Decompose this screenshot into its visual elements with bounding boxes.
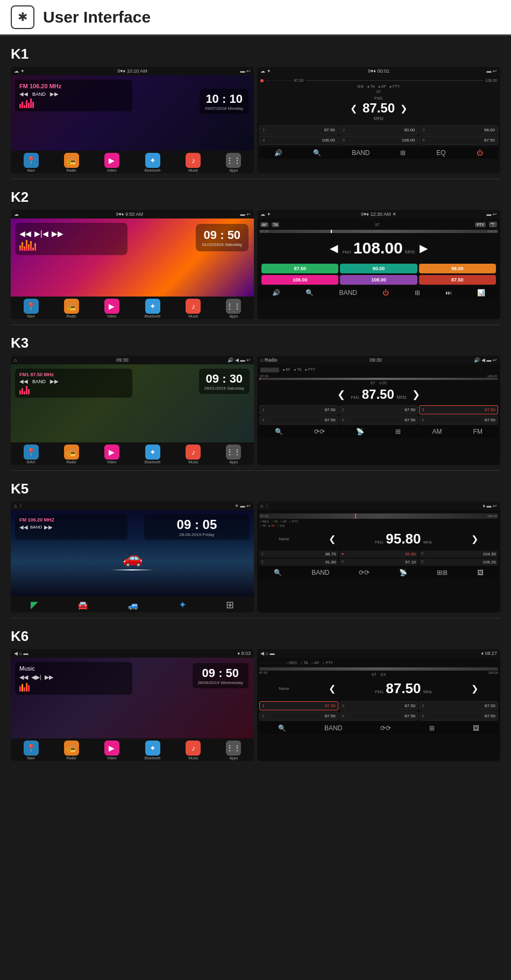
k6r-opt-ta[interactable]: ○ TA — [300, 661, 308, 665]
k5r-search-btn[interactable]: 🔍 — [274, 569, 282, 576]
k2r-preset-5[interactable]: 108.00 — [340, 275, 417, 285]
k6-icon-video[interactable]: ▶ Video — [104, 741, 119, 760]
k5r-cb-pty[interactable]: ○ PTY — [289, 520, 298, 523]
k6r-p2[interactable]: 287.50 — [259, 711, 338, 721]
k6-rewind[interactable]: ◀◀ — [19, 674, 28, 681]
k5r-cb-ta[interactable]: ○ TA — [271, 520, 278, 523]
k5r-p4[interactable]: 497.10 — [339, 559, 418, 566]
k6-icon-radio[interactable]: 📻 Radio — [64, 741, 79, 760]
k1r-preset-6[interactable]: 687.50 — [419, 136, 498, 145]
k3-rewind[interactable]: ◀◀ — [19, 378, 28, 384]
k1r-preset-3[interactable]: 398.00 — [419, 125, 498, 135]
k5r-cb-tp[interactable]: ○ TP — [259, 524, 266, 527]
k1-icon-video[interactable]: ▶ Video — [104, 153, 119, 172]
k2r-preset-6[interactable]: 87.50 — [419, 275, 496, 285]
k2r-skip-btn[interactable]: ⏭ — [445, 289, 452, 297]
k6-icon-music[interactable]: ♪ Music — [186, 741, 201, 760]
k1-icon-navi[interactable]: 📍 Navi — [24, 153, 39, 172]
k5-icon-car2[interactable]: 🚙 — [128, 600, 139, 610]
k2r-search-btn[interactable]: 🔍 — [306, 289, 314, 297]
k6r-p3[interactable]: 387.50 — [339, 701, 418, 710]
k1-icon-radio[interactable]: 📻 Radio — [64, 153, 79, 172]
k1r-preset-4[interactable]: 4106.00 — [259, 136, 338, 145]
k1-icon-bt[interactable]: ✦ Bluetooth — [145, 153, 161, 172]
k5r-cb-af[interactable]: ○ AF — [280, 520, 287, 523]
k6r-opt-reg[interactable]: ○ REG — [286, 661, 297, 665]
k5-rewind[interactable]: ◀◀ — [19, 524, 28, 530]
k2-rewind[interactable]: ◀◀ — [19, 229, 31, 238]
k6r-grid-btn[interactable]: ⊞ — [429, 724, 435, 732]
k3r-arrow-left[interactable]: ❮ — [337, 389, 345, 400]
k6r-p4[interactable]: 487.50 — [339, 711, 418, 721]
k5-icon-bt2[interactable]: ✦ — [179, 599, 187, 611]
k2-icon-navi[interactable]: 📍 Navi — [24, 299, 39, 318]
k5-forward[interactable]: ▶▶ — [44, 524, 53, 530]
k6r-loop-btn[interactable]: ⟳⟳ — [380, 724, 391, 732]
k2r-band-btn[interactable]: BAND — [339, 289, 357, 297]
k2r-preset-2[interactable]: 90.00 — [340, 264, 417, 273]
k5r-p1[interactable]: 188.70 — [259, 551, 338, 558]
k5-icon-dash[interactable]: 🚘 — [77, 600, 88, 610]
k6-icon-bt[interactable]: ✦ Bluetooth — [145, 741, 161, 760]
k3r-p2[interactable]: 287.50 — [339, 405, 418, 414]
k3r-p4[interactable]: 487.50 — [259, 415, 338, 425]
k2r-preset-1[interactable]: 87.50 — [261, 264, 338, 273]
k3r-grid-btn[interactable]: ⊞ — [395, 428, 401, 435]
k2-play[interactable]: ▶|◀ — [34, 229, 48, 238]
k2r-preset-3[interactable]: 98.00 — [419, 264, 496, 273]
k2-icon-bt[interactable]: ✦ Bluetooth — [145, 299, 161, 318]
k5r-arrow-right[interactable]: ❯ — [471, 534, 478, 544]
k2r-arrow-left[interactable]: ◀ — [330, 242, 338, 255]
k6-icon-apps[interactable]: ⋮⋮ Apps — [226, 741, 241, 760]
k3-band[interactable]: BAND — [30, 379, 48, 384]
k3r-antenna-btn[interactable]: 📡 — [356, 428, 364, 435]
k3r-opt-pty[interactable]: ● PTY — [304, 368, 315, 372]
k1r-opt-af[interactable]: ● AF — [378, 84, 386, 89]
k5-icon-map[interactable]: ◤ — [31, 599, 38, 611]
k3r-loop-btn[interactable]: ⟳⟳ — [314, 428, 325, 435]
k5-band-label[interactable]: BAND — [30, 525, 42, 530]
k6r-arrow-right[interactable]: ❯ — [471, 683, 478, 694]
k6-icon-navi[interactable]: 📍 Navi — [24, 741, 39, 760]
k5r-loop-btn[interactable]: ⟳⟳ — [359, 569, 370, 576]
k3-icon-navi[interactable]: 📍 NAVI — [24, 445, 39, 464]
k5r-p2-highlight[interactable]: ●95.80 — [339, 551, 418, 558]
k5r-ant-btn[interactable]: 📡 — [399, 569, 407, 576]
k2r-pty-btn[interactable]: PTY — [475, 222, 486, 227]
k1-forward[interactable]: ▶▶ — [50, 91, 59, 97]
k2r-af-btn[interactable]: AF — [260, 222, 268, 227]
k2r-power-btn[interactable]: ⏻ — [382, 289, 389, 297]
k2-icon-video[interactable]: ▶ Video — [104, 299, 119, 318]
k1r-preset-2[interactable]: 290.00 — [339, 125, 418, 135]
k3-icon-music[interactable]: ♪ Music — [186, 445, 201, 464]
k1-band[interactable]: BAND — [30, 91, 48, 97]
k2r-bars-btn[interactable]: 📊 — [477, 289, 485, 297]
k6r-p1-highlight[interactable]: 187.50 — [259, 701, 338, 710]
k1r-opt-pty[interactable]: ● PTY — [389, 84, 400, 89]
k3r-opt-af[interactable]: ● AF — [282, 368, 290, 372]
k2-icon-radio[interactable]: 📻 Radio — [64, 299, 79, 318]
k2r-grid-btn[interactable]: ⊞ — [415, 289, 420, 297]
k2-icon-music[interactable]: ♪ Music — [186, 299, 201, 318]
k1r-preset-1[interactable]: 187.50 — [259, 125, 338, 135]
k5r-cb-reg[interactable]: ○ REG — [259, 520, 269, 523]
k3-icon-bt[interactable]: ✦ Bluetooth — [145, 445, 161, 464]
k2r-vol-btn[interactable]: 🔊 — [272, 289, 280, 297]
k6r-p6[interactable]: 687.50 — [419, 711, 498, 721]
k3r-p5[interactable]: 587.50 — [339, 415, 418, 425]
k1r-grid-btn[interactable]: ⊞ — [400, 149, 406, 157]
k2r-arrow-right[interactable]: ▶ — [420, 242, 428, 255]
k3-forward[interactable]: ▶▶ — [50, 378, 59, 384]
k5r-p5[interactable]: 5104.30 — [419, 551, 498, 558]
k3r-p1[interactable]: 187.50 — [259, 405, 338, 414]
k2r-preset-4[interactable]: 106.00 — [261, 275, 338, 285]
k5r-p3[interactable]: 291.80 — [259, 559, 338, 566]
k5r-band-btn[interactable]: BAND — [311, 569, 329, 576]
k6-play-pause[interactable]: ◀▶| — [31, 674, 41, 681]
k5r-p6[interactable]: 6106.20 — [419, 559, 498, 566]
k3r-p3-highlight[interactable]: 387.50 — [419, 405, 498, 414]
k6r-img-btn[interactable]: 🖼 — [473, 724, 479, 732]
k1-icon-apps[interactable]: ⋮⋮ Apps — [226, 153, 241, 172]
k3-icon-apps[interactable]: ⋮⋮ Apps — [226, 445, 241, 464]
k3r-fm-btn[interactable]: FM — [473, 428, 482, 435]
